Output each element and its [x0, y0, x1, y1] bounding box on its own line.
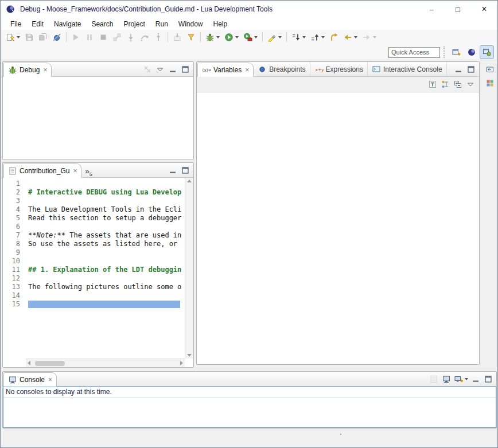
dropdown-arrow-icon[interactable]: [354, 36, 357, 38]
toolbar-separator: [168, 32, 168, 42]
menu-help[interactable]: Help: [208, 19, 233, 29]
menu-file[interactable]: File: [5, 19, 26, 29]
close-tab-icon[interactable]: ×: [73, 168, 77, 174]
tab-debug[interactable]: Debug ×: [3, 63, 52, 77]
scrollbar-thumb[interactable]: [35, 361, 65, 366]
minimize-view-button[interactable]: [167, 64, 178, 75]
restore-minimized-view-button[interactable]: [484, 64, 496, 75]
terminate-button: [97, 31, 110, 44]
next-annotation-button[interactable]: [290, 31, 308, 44]
editor-line-4[interactable]: The Lua Development Tools in the Ecli: [28, 205, 185, 214]
editor-line-14[interactable]: [28, 291, 185, 300]
scroll-right-icon[interactable]: [180, 361, 183, 365]
debug-perspective-button[interactable]: [480, 45, 494, 59]
view-menu-button[interactable]: [154, 64, 166, 75]
tab-variables[interactable]: (x)=Variables×: [197, 63, 254, 77]
close-tab-icon[interactable]: ×: [43, 67, 47, 73]
debug-view-toolbar: [141, 64, 193, 75]
dropdown-arrow-icon[interactable]: [235, 36, 239, 38]
scroll-left-icon[interactable]: [28, 361, 30, 365]
open-console-button[interactable]: [453, 373, 469, 385]
menu-project[interactable]: Project: [118, 19, 150, 29]
new-button[interactable]: [4, 31, 22, 44]
maximize-view-icon: [466, 65, 476, 74]
minimized-outline-view-button[interactable]: [484, 77, 496, 89]
quick-access-input[interactable]: [388, 47, 440, 58]
tab-breakpoints[interactable]: Breakpoints: [254, 62, 310, 76]
vertical-scrollbar[interactable]: [185, 178, 193, 359]
tab-interactive-console[interactable]: Interactive Console: [368, 62, 447, 76]
menu-window[interactable]: Window: [173, 19, 208, 29]
minimize-view-button[interactable]: [167, 165, 178, 176]
ldt-perspective-button[interactable]: [464, 45, 478, 59]
editor-line-11[interactable]: ## 1. Explanation of the LDT debuggin: [28, 266, 185, 274]
close-tab-icon[interactable]: ×: [245, 67, 249, 73]
dropdown-arrow-icon[interactable]: [373, 36, 376, 38]
menu-search[interactable]: Search: [86, 19, 118, 29]
display-selected-console-button[interactable]: [441, 373, 452, 385]
editor-line-10[interactable]: [28, 257, 185, 266]
maximize-view-button[interactable]: [465, 64, 477, 75]
iconsole-icon: [372, 65, 381, 74]
skip-all-breakpoints-button[interactable]: [50, 31, 63, 44]
editor-line-3[interactable]: [28, 197, 185, 205]
debug-perspective-icon: [483, 48, 492, 57]
editor-line-9[interactable]: [28, 248, 185, 257]
maximize-view-button[interactable]: [483, 373, 494, 385]
menu-edit[interactable]: Edit: [26, 19, 49, 29]
minimize-view-button[interactable]: [453, 64, 464, 75]
minimize-window-button[interactable]: –: [418, 1, 445, 18]
code-area[interactable]: # Interactive DEBUG using Lua DevelopThe…: [26, 178, 185, 359]
run-button[interactable]: [223, 31, 240, 44]
last-edit-location-button[interactable]: [328, 31, 340, 44]
view-menu-button[interactable]: [465, 79, 476, 90]
dropdown-arrow-icon[interactable]: [302, 36, 306, 38]
toggle-mark-occurrences-button[interactable]: [266, 31, 283, 44]
editor-line-7[interactable]: **Note:** The assets that are used in: [28, 231, 185, 240]
editor-line-8[interactable]: So use the assets as listed here, or: [28, 240, 185, 248]
open-perspective-button[interactable]: [449, 45, 463, 59]
tab-console[interactable]: Console ×: [3, 372, 57, 387]
dropdown-arrow-icon[interactable]: [321, 36, 325, 38]
scroll-down-icon[interactable]: [187, 354, 192, 357]
horizontal-scrollbar[interactable]: [26, 359, 185, 367]
editor-line-12[interactable]: [28, 274, 185, 283]
minimize-view-button[interactable]: [470, 373, 481, 385]
close-window-button[interactable]: ×: [471, 1, 497, 18]
code-text: Read this section to setup a debugger: [28, 214, 181, 222]
close-tab-icon[interactable]: ×: [48, 377, 52, 383]
dropdown-arrow-icon[interactable]: [254, 36, 258, 38]
menu-run[interactable]: Run: [150, 19, 173, 29]
use-step-filters-button[interactable]: [185, 31, 197, 44]
collapse-all-button[interactable]: [452, 79, 464, 90]
editor-tab-overflow[interactable]: » 5: [81, 167, 95, 177]
maximize-view-button[interactable]: [180, 64, 191, 75]
external-tools-button[interactable]: [242, 31, 259, 44]
editor-line-1[interactable]: [28, 180, 185, 188]
show-type-names-button[interactable]: [427, 79, 438, 90]
previous-annotation-button[interactable]: [309, 31, 326, 44]
collapse-all-icon: [453, 80, 462, 89]
maximize-window-button[interactable]: □: [445, 1, 471, 18]
maximize-view-button[interactable]: [180, 165, 191, 176]
dropdown-arrow-icon[interactable]: [216, 36, 220, 38]
scroll-up-icon[interactable]: [187, 180, 192, 182]
dropdown-arrow-icon[interactable]: [278, 36, 282, 38]
show-logical-structures-button[interactable]: [439, 79, 451, 90]
editor-line-2[interactable]: # Interactive DEBUG using Lua Develop: [28, 188, 185, 197]
debug-button[interactable]: [204, 31, 221, 44]
dropdown-arrow-icon[interactable]: [17, 36, 20, 38]
tab-contribution-guide[interactable]: Contribution_Gu ×: [3, 163, 81, 178]
menu-navigate[interactable]: Navigate: [49, 19, 86, 29]
window-controls: – □ ×: [418, 1, 497, 18]
editor-line-6[interactable]: [28, 223, 185, 231]
dropdown-arrow-icon[interactable]: [465, 378, 468, 380]
editor-line-5[interactable]: Read this section to setup a debugger: [28, 214, 185, 223]
title-bar: Debug - Moose_Framework/docs/Contributio…: [1, 1, 497, 18]
tab-expressions[interactable]: x+yExpressions: [310, 62, 368, 76]
back-button[interactable]: [341, 31, 359, 44]
maximize-view-icon: [181, 65, 190, 74]
editor-line-15[interactable]: [28, 300, 185, 309]
editor-line-13[interactable]: The following pictures outline some o: [28, 283, 185, 291]
save-all-icon: [38, 33, 48, 42]
